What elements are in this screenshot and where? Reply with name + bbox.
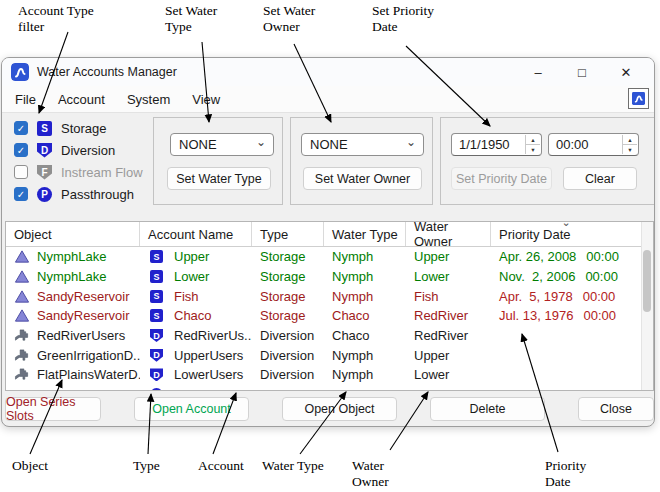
cell-account-name: DUpperUsers (140, 348, 252, 363)
sort-indicator-icon: ⌄ (561, 216, 570, 229)
spin-up-icon[interactable]: ▲ (526, 135, 540, 145)
cell-object: NymphLake (6, 269, 140, 284)
set-water-owner-button[interactable]: Set Water Owner (303, 167, 422, 190)
table-row[interactable]: GreenIrrigationD...DUpperUsersDiversionN… (6, 345, 653, 365)
cell-object: UsersWithS... (6, 387, 140, 390)
water-owner-dropdown[interactable]: NONE ⌄ (301, 133, 424, 156)
spin-down-icon[interactable]: ▼ (526, 145, 540, 154)
menu-account[interactable]: Account (47, 92, 116, 107)
column-header-account-name[interactable]: Account Name (140, 222, 252, 246)
cell-type: Storage (252, 269, 324, 284)
account-label: UpperUsers (174, 348, 243, 363)
column-header-water-type[interactable]: Water Type (324, 222, 406, 246)
filter-row-passthrough: ✓PPassthrough (14, 185, 143, 203)
table-row[interactable]: FlatPlainsWaterD...DLowerUsersDiversionN… (6, 365, 653, 385)
table-row[interactable]: NymphLakeSUpperStorageNymphUpperApr. 26,… (6, 247, 653, 267)
cell-water-owner: Lower (406, 269, 491, 284)
spin-down-icon[interactable]: ▼ (623, 145, 637, 154)
cell-type: Diversion (252, 328, 324, 343)
cell-priority-date: Apr. 26, 200800:00 (491, 249, 641, 264)
table-row[interactable]: UsersWithS...PUpperPassthroughNymphUpper (6, 385, 653, 390)
passthrough-account-icon: P (150, 388, 163, 390)
vertical-scrollbar[interactable] (641, 222, 653, 390)
checkbox-checked[interactable]: ✓ (14, 121, 28, 135)
annotation-set-priority-date: Set Priority Date (372, 3, 448, 35)
priority-time-value: 00:00 (556, 137, 589, 152)
water-type-label: Nymph (332, 249, 373, 264)
cell-type: Storage (252, 308, 324, 323)
account-label: Chaco (174, 308, 212, 323)
minimize-button[interactable]: – (516, 58, 560, 86)
water-type-label: Nymph (332, 289, 373, 304)
storage-type-icon: S (37, 121, 52, 136)
type-label: Storage (260, 308, 306, 323)
water-type-dropdown[interactable]: NONE ⌄ (170, 133, 274, 156)
filter-label: Diversion (61, 143, 115, 158)
cell-priority-date: Jul. 13, 197600:00 (491, 308, 641, 323)
passthrough-type-icon: P (37, 187, 52, 202)
table-row[interactable]: RedRiverUsersDRedRiverUs...DiversionChac… (6, 326, 653, 346)
cell-water-type: Nymph (324, 387, 406, 390)
priority-time-input[interactable]: 00:00 ▲ ▼ (548, 133, 639, 156)
cell-water-type: Nymph (324, 367, 406, 382)
storage-account-icon: S (150, 250, 163, 263)
delete-button[interactable]: Delete (430, 397, 545, 421)
workspace-icon-button[interactable] (628, 88, 649, 109)
cell-priority-date: Apr. 5, 197800:00 (491, 289, 641, 304)
cell-account-name: DRedRiverUs... (140, 328, 252, 343)
column-header-object[interactable]: Object (6, 222, 140, 246)
water-type-label: Nymph (332, 348, 373, 363)
object-label: NymphLake (37, 269, 106, 284)
priority-date-input[interactable]: 1/1/1950 ▲ ▼ (451, 133, 542, 156)
priority-date-value: 1/1/1950 (459, 137, 510, 152)
menu-file[interactable]: File (4, 92, 47, 107)
annotation-water-owner: Water Owner (352, 458, 400, 490)
date-spinner[interactable]: ▲ ▼ (525, 135, 540, 154)
table-row[interactable]: SandyReservoirSFishStorageNymphFishApr. … (6, 286, 653, 306)
reservoir-icon (14, 289, 30, 304)
cell-type: Diversion (252, 348, 324, 363)
open-account-button[interactable]: Open Account (134, 397, 249, 421)
checkbox-checked[interactable]: ✓ (14, 187, 28, 201)
set-water-type-button[interactable]: Set Water Type (167, 167, 271, 190)
menu-system[interactable]: System (116, 92, 181, 107)
diversion-account-icon: D (150, 329, 163, 342)
scrollbar-thumb[interactable] (643, 250, 651, 312)
menu-view[interactable]: View (181, 92, 231, 107)
time-spinner[interactable]: ▲ ▼ (622, 135, 637, 154)
filter-row-storage: ✓SStorage (14, 119, 143, 137)
menu-bar: FileAccountSystemView (2, 86, 654, 113)
cell-water-type: Nymph (324, 249, 406, 264)
open-object-button[interactable]: Open Object (282, 397, 397, 421)
water-user-icon (14, 328, 30, 343)
set-priority-date-button[interactable]: Set Priority Date (451, 167, 552, 190)
cell-water-owner: Fish (406, 289, 491, 304)
water-owner-label: Lower (414, 367, 449, 382)
checkbox-checked[interactable]: ✓ (14, 143, 28, 157)
table-row[interactable]: NymphLakeSLowerStorageNymphLowerNov. 2, … (6, 267, 653, 287)
maximize-button[interactable]: □ (560, 58, 604, 86)
title-bar[interactable]: Water Accounts Manager –□✕ (2, 58, 654, 86)
priority-date-label: Jul. 13, 1976 (499, 308, 573, 323)
account-label: Upper (174, 249, 209, 264)
close-button[interactable]: Close (578, 397, 654, 421)
cell-object: RedRiverUsers (6, 328, 140, 343)
cell-account-name: SLower (140, 269, 252, 284)
open-series-slots-button[interactable]: Open Series Slots (5, 397, 101, 421)
riverware-logo-icon (632, 92, 645, 105)
table-row[interactable]: SandyReservoirSChacoStorageChacoRedRiver… (6, 306, 653, 326)
cell-account-name: SUpper (140, 249, 252, 264)
instream-flow-type-icon: F (37, 165, 52, 180)
cell-priority-date: Nov. 2, 200600:00 (491, 269, 641, 284)
close-button[interactable]: ✕ (604, 58, 648, 86)
column-header-priority-date[interactable]: Priority Date⌄ (491, 222, 641, 246)
column-header-water-owner[interactable]: Water Owner (406, 222, 491, 246)
water-type-dropdown-value: NONE (179, 137, 217, 152)
column-header-type[interactable]: Type (252, 222, 324, 246)
checkbox-unchecked[interactable] (14, 165, 28, 179)
set-priority-date-group: 1/1/1950 ▲ ▼ 00:00 ▲ ▼ Set Priority Date… (440, 117, 655, 205)
spin-up-icon[interactable]: ▲ (623, 135, 637, 145)
cell-water-owner: Upper (406, 348, 491, 363)
annotation-water-type: Water Type (262, 458, 344, 474)
clear-button[interactable]: Clear (563, 167, 637, 190)
